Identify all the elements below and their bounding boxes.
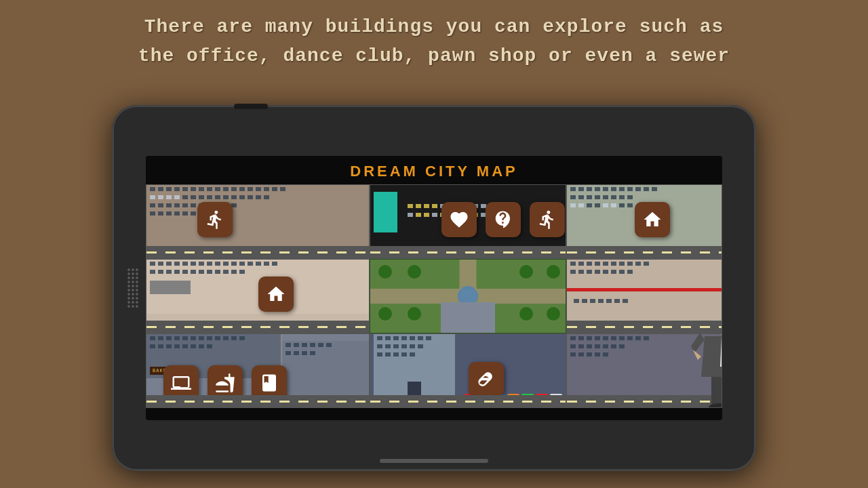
- road-r2c3: [567, 321, 722, 333]
- map-cell-r1c3: [566, 184, 722, 259]
- park-building: [441, 302, 495, 333]
- screen-bottom-bar: [146, 408, 722, 420]
- character-container: [681, 333, 722, 408]
- tree-5: [378, 307, 392, 321]
- text-line1: There are many buildings you can explore…: [54, 12, 814, 41]
- road-r1c1: [146, 246, 369, 258]
- home-icon-1[interactable]: [635, 202, 670, 237]
- tree-6: [408, 307, 421, 321]
- gym-icon[interactable]: [530, 202, 565, 237]
- map-cell-r3c3: [566, 333, 722, 408]
- map-cell-r2c3: [566, 259, 722, 333]
- game-title: DREAM CITY MAP: [146, 156, 722, 184]
- tree-8: [547, 307, 560, 321]
- building-facade: [146, 260, 369, 314]
- tablet-device: DREAM CITY MAP: [112, 105, 756, 471]
- city-map: BAKERY: [146, 184, 722, 408]
- tree-2: [408, 265, 421, 279]
- road-r3c2: [370, 395, 566, 407]
- road-r3c1: [146, 395, 369, 407]
- tree-1: [378, 265, 392, 279]
- health-icon[interactable]: [441, 202, 477, 237]
- tree-4: [547, 265, 560, 279]
- map-cell-r3c1: BAKERY: [146, 333, 370, 408]
- map-cell-r3c2: [370, 333, 566, 408]
- map-cell-r2c1: [146, 259, 370, 333]
- tree-7: [519, 307, 533, 321]
- map-cell-r1c1: [146, 184, 370, 259]
- home-icon-2[interactable]: [258, 277, 294, 312]
- tree-3: [519, 265, 533, 279]
- svg-point-2: [709, 403, 722, 408]
- game-screen: DREAM CITY MAP: [146, 156, 722, 420]
- teal-building: [374, 192, 397, 232]
- pawn-shop-icon[interactable]: [486, 202, 521, 237]
- dance-club-icon[interactable]: [197, 202, 233, 237]
- road-r2c1: [146, 321, 369, 333]
- svg-point-5: [711, 333, 722, 336]
- map-cell-r1c2: [370, 184, 566, 259]
- svg-rect-0: [711, 373, 722, 407]
- tablet-home-button[interactable]: [380, 459, 488, 463]
- text-line2: the office, dance club, pawn shop or eve…: [54, 41, 814, 70]
- character-svg: [681, 333, 722, 408]
- road-r1c3: [567, 246, 722, 258]
- main-building-r3c2: [374, 334, 455, 399]
- description-text: There are many buildings you can explore…: [0, 0, 868, 78]
- building-stripe: [567, 288, 722, 291]
- pharmacy-icon[interactable]: [469, 362, 504, 397]
- road-r1c2: [370, 246, 566, 258]
- map-cell-park: [370, 259, 566, 333]
